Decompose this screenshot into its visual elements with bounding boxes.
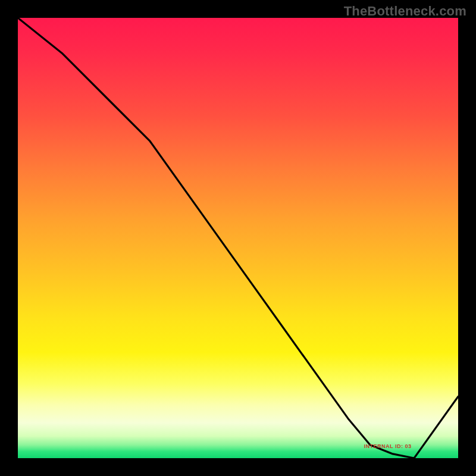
plot-area: INTERNAL ID: 03 — [18, 18, 458, 458]
watermark-text: TheBottleneck.com — [344, 4, 466, 19]
series-path — [18, 18, 458, 458]
chart-frame: TheBottleneck.com INTERNAL ID: 03 — [0, 0, 476, 476]
series-annotation: INTERNAL ID: 03 — [364, 443, 412, 449]
line-layer — [18, 18, 458, 458]
